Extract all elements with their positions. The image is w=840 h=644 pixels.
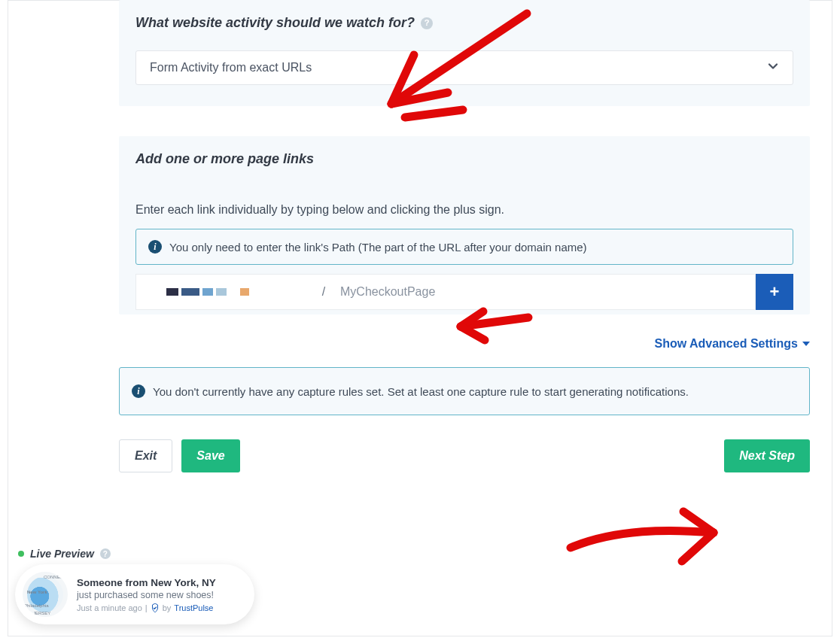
live-preview-label: Live Preview bbox=[30, 548, 94, 560]
domain-obscured-part bbox=[202, 288, 213, 296]
help-icon[interactable]: ? bbox=[421, 17, 433, 29]
panel-activity-body: Form Activity from exact URLs bbox=[119, 44, 810, 106]
map-region-label: JERSEY bbox=[33, 611, 50, 615]
live-preview-header: Live Preview ? bbox=[18, 548, 254, 560]
show-advanced-label: Show Advanced Settings bbox=[654, 337, 798, 351]
toast-body: Someone from New York, NY just purchased… bbox=[77, 577, 241, 612]
toast-timestamp: Just a minute ago bbox=[77, 603, 142, 612]
info-icon: i bbox=[148, 240, 162, 254]
toast-meta: Just a minute ago | by TrustPulse bbox=[77, 603, 241, 612]
chevron-down-icon bbox=[767, 60, 779, 75]
map-region-label: CONNEC bbox=[44, 575, 63, 579]
domain-obscured-part bbox=[240, 288, 249, 296]
no-rules-warning: i You don't currently have any capture r… bbox=[119, 367, 810, 415]
panel-activity-title: What website activity should we watch fo… bbox=[135, 15, 415, 31]
map-city-label: New York bbox=[27, 590, 47, 594]
verified-badge-icon bbox=[151, 603, 160, 612]
panel-links-header: Add one or more page links bbox=[119, 136, 810, 181]
help-icon[interactable]: ? bbox=[100, 548, 111, 559]
toast-subtitle: just purchased some new shoes! bbox=[77, 590, 241, 600]
links-info-box: i You only need to enter the link's Path… bbox=[135, 229, 793, 265]
panel-links-body: Enter each link individually by typing b… bbox=[119, 181, 810, 314]
activity-select[interactable]: Form Activity from exact URLs bbox=[135, 50, 793, 85]
advanced-row: Show Advanced Settings bbox=[119, 337, 810, 351]
save-button[interactable]: Save bbox=[181, 439, 239, 472]
toast-brand: TrustPulse bbox=[174, 603, 213, 612]
caret-down-icon bbox=[802, 342, 810, 346]
panel-links: Add one or more page links Enter each li… bbox=[119, 136, 810, 314]
info-icon: i bbox=[132, 384, 145, 398]
url-input-row: / + bbox=[135, 274, 793, 310]
exit-button[interactable]: Exit bbox=[119, 439, 172, 472]
domain-obscured-part bbox=[216, 288, 227, 296]
button-row: Exit Save Next Step bbox=[119, 439, 810, 472]
show-advanced-link[interactable]: Show Advanced Settings bbox=[654, 337, 810, 351]
add-link-button[interactable]: + bbox=[756, 274, 793, 310]
panel-activity-header: What website activity should we watch fo… bbox=[119, 0, 810, 44]
toast-title: Someone from New York, NY bbox=[77, 577, 241, 588]
domain-obscured-part bbox=[166, 288, 178, 296]
meta-separator: | bbox=[145, 603, 148, 612]
main-container: What website activity should we watch fo… bbox=[119, 0, 810, 472]
map-city-label: Philadelphia bbox=[24, 603, 49, 608]
panel-links-title: Add one or more page links bbox=[135, 151, 314, 167]
activity-select-value: Form Activity from exact URLs bbox=[150, 61, 312, 74]
path-input[interactable] bbox=[331, 274, 756, 310]
no-rules-warning-text: You don't currently have any capture rul… bbox=[153, 385, 689, 398]
map-thumbnail: CONNEC New York JERSEY Philadelphia bbox=[23, 572, 68, 617]
notification-toast[interactable]: CONNEC New York JERSEY Philadelphia Some… bbox=[15, 564, 254, 624]
path-separator: / bbox=[316, 274, 331, 310]
links-instruction: Enter each link individually by typing b… bbox=[135, 203, 793, 217]
links-info-text: You only need to enter the link's Path (… bbox=[169, 241, 587, 254]
live-indicator-dot bbox=[18, 551, 24, 557]
live-preview: Live Preview ? CONNEC New York JERSEY Ph… bbox=[15, 548, 254, 624]
url-domain-prefix bbox=[135, 274, 316, 310]
next-step-button[interactable]: Next Step bbox=[724, 439, 810, 472]
domain-obscured-part bbox=[181, 288, 199, 296]
toast-by-prefix: by bbox=[163, 603, 172, 612]
panel-activity: What website activity should we watch fo… bbox=[119, 0, 810, 106]
